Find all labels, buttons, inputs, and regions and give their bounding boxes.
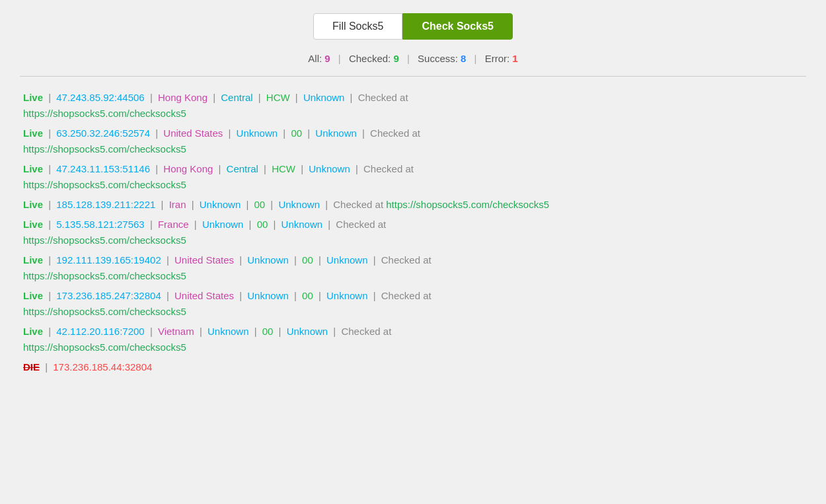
- isp: HCW: [272, 163, 295, 174]
- checked-url[interactable]: https://shopsocks5.com/checksocks5: [23, 143, 186, 155]
- ip: 47.243.11.153:51146: [56, 163, 150, 174]
- sep2: |: [407, 53, 410, 64]
- button-group: Fill Socks5 Check Socks5: [20, 13, 806, 40]
- country: United States: [163, 127, 223, 139]
- status-live: Live: [23, 163, 43, 174]
- unknown: Unknown: [326, 254, 368, 266]
- checked-text: Checked at: [363, 163, 414, 174]
- ip: 185.128.139.211:2221: [56, 199, 155, 210]
- unknown: Unknown: [315, 127, 357, 139]
- ip: 5.135.58.121:27563: [56, 219, 144, 230]
- result-row: Live | 63.250.32.246:52574 | United Stat…: [23, 126, 803, 157]
- country: Hong Kong: [158, 92, 207, 103]
- sep1: |: [338, 53, 341, 64]
- result-row: Live | 42.112.20.116:7200 | Vietnam | Un…: [23, 324, 803, 355]
- status-live: Live: [23, 219, 43, 230]
- unknown: Unknown: [309, 163, 350, 174]
- checked-text: Checked at: [381, 290, 432, 301]
- checked-url[interactable]: https://shopsocks5.com/checksocks5: [386, 199, 549, 210]
- unknown: Unknown: [326, 290, 368, 301]
- all-label: All:: [308, 53, 322, 64]
- ip: 42.112.20.116:7200: [56, 326, 144, 337]
- status-die: DIE: [23, 361, 40, 373]
- checked-text: Checked at: [370, 127, 420, 139]
- ip: 63.250.32.246:52574: [56, 127, 150, 139]
- error-value: 1: [512, 53, 517, 64]
- checked-text: Checked at: [358, 92, 408, 103]
- checked-url[interactable]: https://shopsocks5.com/checksocks5: [23, 270, 186, 281]
- code: 00: [302, 254, 313, 266]
- city: Unknown: [202, 219, 244, 230]
- city: Unknown: [237, 127, 278, 139]
- result-row: Live | 5.135.58.121:27563 | France | Unk…: [23, 217, 803, 248]
- success-value: 8: [461, 53, 466, 64]
- ip: 47.243.85.92:44506: [56, 92, 144, 103]
- checked-url[interactable]: https://shopsocks5.com/checksocks5: [23, 306, 186, 317]
- code: 00: [291, 127, 302, 139]
- city: Central: [221, 92, 252, 103]
- checked-text: Checked at: [381, 254, 432, 266]
- ip: 173.236.185.247:32804: [56, 290, 161, 301]
- results-list: Live | 47.243.85.92:44506 | Hong Kong | …: [20, 90, 806, 375]
- country: United States: [174, 290, 234, 301]
- city: Unknown: [200, 199, 241, 210]
- status-live: Live: [23, 199, 43, 210]
- check-socks5-button[interactable]: Check Socks5: [402, 13, 513, 40]
- divider: [20, 76, 806, 77]
- checked-url[interactable]: https://shopsocks5.com/checksocks5: [23, 179, 186, 190]
- result-row: Live | 185.128.139.211:2221 | Iran | Unk…: [23, 197, 803, 213]
- isp: HCW: [266, 92, 290, 103]
- result-row: Live | 192.111.139.165:19402 | United St…: [23, 252, 803, 284]
- code: 00: [262, 326, 274, 337]
- city: Unknown: [247, 254, 289, 266]
- checked-value: 9: [393, 53, 398, 64]
- checked-text: Checked at: [333, 199, 383, 210]
- city: Unknown: [247, 290, 289, 301]
- city: Central: [227, 163, 258, 174]
- country: United States: [174, 254, 234, 266]
- unknown: Unknown: [287, 326, 328, 337]
- fill-socks5-button[interactable]: Fill Socks5: [313, 13, 402, 40]
- country: France: [158, 219, 189, 230]
- checked-label: Checked:: [349, 53, 391, 64]
- checked-url[interactable]: https://shopsocks5.com/checksocks5: [23, 342, 186, 353]
- checked-url[interactable]: https://shopsocks5.com/checksocks5: [23, 234, 186, 246]
- checked-text: Checked at: [336, 219, 386, 230]
- checked-text: Checked at: [341, 326, 391, 337]
- status-live: Live: [23, 92, 43, 103]
- country: Vietnam: [158, 326, 194, 337]
- ip: 192.111.139.165:19402: [56, 254, 161, 266]
- die-ip: 173.236.185.44:32804: [53, 361, 152, 373]
- success-label: Success:: [418, 53, 458, 64]
- code: 00: [257, 219, 268, 230]
- city: Unknown: [207, 326, 249, 337]
- unknown: Unknown: [278, 199, 320, 210]
- result-row: DIE | 173.236.185.44:32804: [23, 359, 803, 375]
- country: Hong Kong: [163, 163, 213, 174]
- unknown: Unknown: [303, 92, 345, 103]
- code: 00: [302, 290, 313, 301]
- stats-bar: All: 9 | Checked: 9 | Success: 8 | Error…: [20, 53, 806, 64]
- status-live: Live: [23, 127, 43, 139]
- code: 00: [254, 199, 266, 210]
- status-live: Live: [23, 290, 43, 301]
- status-live: Live: [23, 254, 43, 266]
- checked-url[interactable]: https://shopsocks5.com/checksocks5: [23, 108, 186, 119]
- sep3: |: [474, 53, 477, 64]
- result-row: Live | 47.243.11.153:51146 | Hong Kong |…: [23, 161, 803, 193]
- status-live: Live: [23, 326, 43, 337]
- result-row: Live | 173.236.185.247:32804 | United St…: [23, 288, 803, 320]
- result-row: Live | 47.243.85.92:44506 | Hong Kong | …: [23, 90, 803, 122]
- country: Iran: [169, 199, 186, 210]
- all-value: 9: [324, 53, 330, 64]
- unknown: Unknown: [282, 219, 323, 230]
- error-label: Error:: [485, 53, 510, 64]
